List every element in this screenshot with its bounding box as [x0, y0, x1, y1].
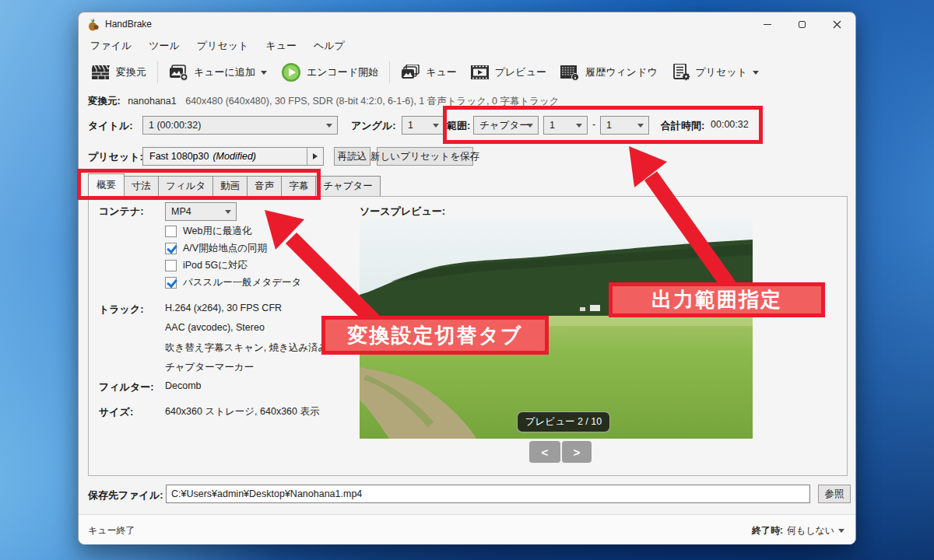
track-chapters: チャプターマーカー: [165, 361, 254, 374]
title-select-value: 1 (00:00:32): [149, 120, 201, 131]
preview-button[interactable]: プレビュー: [464, 61, 553, 84]
minimize-icon: [764, 24, 771, 25]
size-label: サイズ:: [99, 405, 133, 419]
start-encode-button[interactable]: エンコード開始: [274, 58, 385, 86]
add-to-queue-icon: [169, 65, 188, 81]
when-done-label: 終了時:: [752, 524, 783, 537]
checkbox-row-ipod5g[interactable]: iPod 5Gに対応: [165, 259, 248, 272]
output-row: 保存先ファイル: 参照: [79, 485, 857, 505]
angle-select-value: 1: [408, 120, 413, 131]
chevron-down-icon: [753, 71, 759, 78]
preset-value: Fast 1080p30: [149, 151, 209, 162]
save-new-preset-button[interactable]: 新しいプリセットを保存: [377, 147, 473, 166]
source-preview-label: ソースプレビュー:: [360, 205, 445, 219]
add-to-queue-label: キューに追加: [194, 65, 255, 79]
track-audio: AAC (avcodec), Stereo: [165, 322, 265, 333]
minimize-button[interactable]: [750, 12, 785, 36]
activity-log-button[interactable]: 履歴ウィンドウ: [553, 61, 665, 85]
filters-label: フィルター:: [99, 380, 154, 394]
handbrake-logo-icon: [86, 18, 100, 31]
preset-modified-flag: (Modified): [212, 151, 256, 162]
checkbox-label: iPod 5Gに対応: [183, 259, 248, 272]
title-bar: HandBrake: [79, 12, 855, 36]
menu-item-file[interactable]: ファイル: [82, 36, 140, 56]
container-label: コンテナ:: [99, 205, 144, 219]
size-value: 640x360 ストレージ, 640x360 表示: [165, 405, 320, 418]
presets-button[interactable]: プリセット: [665, 60, 767, 85]
checkbox-row-web-optimized[interactable]: Web用に最適化: [165, 225, 251, 238]
toolbar-separator: [389, 61, 390, 83]
queue-label: キュー: [426, 65, 457, 79]
angle-label: アングル:: [351, 119, 396, 133]
open-source-button[interactable]: 変換元: [85, 61, 153, 84]
preview-counter-badge: プレビュー 2 / 10: [517, 411, 610, 432]
annotation-label-output-range: 出力範囲指定: [609, 282, 825, 317]
container-select[interactable]: MP4: [165, 202, 237, 221]
window-title: HandBrake: [105, 19, 152, 30]
output-file-label: 保存先ファイル:: [88, 488, 163, 502]
preset-select[interactable]: Fast 1080p30(Modified): [142, 147, 324, 166]
preset-row: プリセット: Fast 1080p30(Modified) 再読込 新しいプリセ…: [79, 146, 857, 166]
checkbox-label: Web用に最適化: [183, 225, 251, 238]
chevron-down-icon: [838, 529, 844, 536]
preset-label: プリセット:: [88, 150, 143, 164]
clapperboard-icon: [92, 65, 111, 80]
chevron-down-icon: [261, 71, 267, 78]
preview-next-button[interactable]: >: [562, 441, 592, 463]
menu-item-tools[interactable]: ツール: [140, 36, 188, 56]
menu-bar: ファイル ツール プリセット キュー ヘルプ: [82, 36, 353, 56]
add-to-queue-button[interactable]: キューに追加: [162, 61, 274, 85]
close-icon: [833, 20, 841, 29]
maximize-icon: [799, 21, 806, 28]
track-subtitle: 吹き替え字幕スキャン, 焼き込み済み: [165, 341, 328, 355]
tracks-label: トラック:: [99, 303, 144, 317]
start-encode-icon: [281, 62, 301, 82]
checkbox-label: パススルー一般メタデータ: [183, 276, 301, 289]
reload-preset-button[interactable]: 再読込: [334, 147, 370, 166]
checkbox-web-optimized[interactable]: [165, 226, 177, 237]
preview-prev-button[interactable]: <: [529, 441, 560, 463]
title-label: タイトル:: [88, 119, 133, 133]
angle-select[interactable]: 1: [402, 116, 444, 135]
checkbox-av-align[interactable]: [165, 243, 177, 254]
menu-item-queue[interactable]: キュー: [257, 36, 305, 56]
browse-button[interactable]: 参照: [818, 485, 851, 503]
queue-icon: [401, 65, 420, 80]
title-select[interactable]: 1 (00:00:32): [142, 116, 338, 135]
handbrake-window: HandBrake ファイル ツール プリセット キュー ヘルプ: [78, 12, 856, 544]
menu-item-presets[interactable]: プリセット: [188, 36, 258, 56]
output-path-input[interactable]: [166, 485, 810, 503]
start-encode-label: エンコード開始: [307, 65, 378, 79]
preview-label: プレビュー: [495, 65, 546, 79]
annotation-box-range: [443, 106, 763, 144]
checkbox-label: A/V開始地点の同期: [183, 242, 267, 255]
checkbox-row-passthru-metadata[interactable]: パススルー一般メタデータ: [165, 276, 301, 289]
toolbar: 変換元 キューに追加 エンコード開始: [85, 56, 766, 89]
toolbar-separator: [157, 61, 158, 83]
when-done-control[interactable]: 終了時: 何もしない: [752, 524, 844, 537]
status-bar: キュー終了 終了時: 何もしない: [79, 514, 855, 544]
presets-label: プリセット: [696, 65, 748, 79]
preset-expand-icon[interactable]: [307, 148, 323, 165]
window-controls: [750, 12, 855, 36]
checkbox-ipod5g[interactable]: [165, 260, 177, 271]
preview-icon: [471, 65, 490, 80]
annotation-box-tabs: [77, 169, 321, 200]
activity-log-icon: [560, 65, 580, 81]
presets-icon: [672, 64, 690, 81]
checkbox-passthru-metadata[interactable]: [165, 277, 177, 289]
tab-chapters[interactable]: チャプター: [315, 176, 381, 197]
when-done-value: 何もしない: [787, 524, 834, 537]
queue-status-text: キュー終了: [88, 524, 135, 537]
menu-item-help[interactable]: ヘルプ: [305, 36, 353, 56]
checkbox-row-av-align[interactable]: A/V開始地点の同期: [165, 242, 267, 255]
queue-button[interactable]: キュー: [394, 61, 464, 84]
filters-value: Decomb: [165, 380, 202, 391]
source-details: 640x480 (640x480), 30 FPS, SDR (8-bit 4:…: [185, 96, 559, 107]
maximize-button[interactable]: [785, 12, 820, 36]
source-name: nanohana1: [128, 96, 177, 107]
open-source-label: 変換元: [116, 65, 146, 79]
source-info-label: 変換元:: [88, 96, 121, 107]
track-video: H.264 (x264), 30 FPS CFR: [165, 303, 282, 313]
close-button[interactable]: [820, 12, 855, 36]
